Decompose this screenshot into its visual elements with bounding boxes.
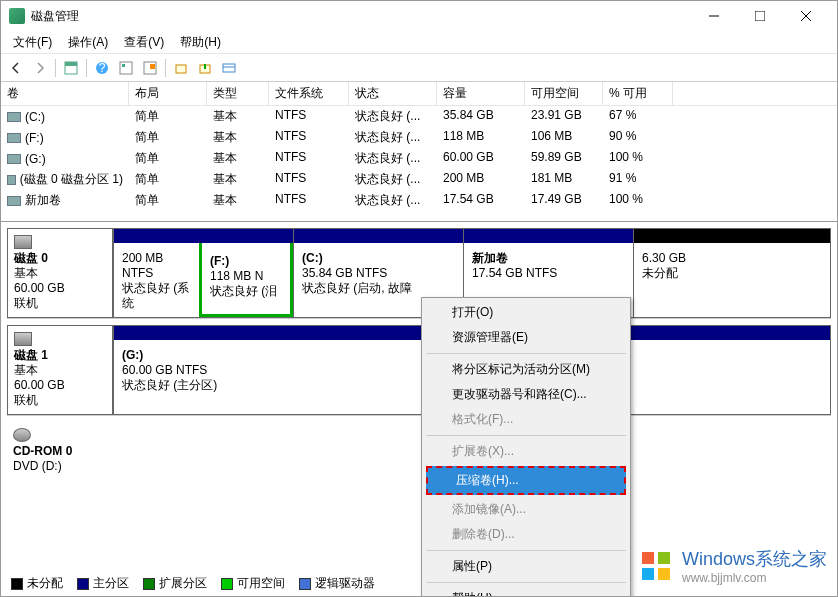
- partition-unallocated[interactable]: 6.30 GB未分配: [633, 229, 830, 317]
- cdrom-info[interactable]: CD-ROM 0 DVD (D:) 无媒体: [7, 422, 113, 481]
- svg-rect-1: [755, 11, 765, 21]
- forward-button[interactable]: [29, 57, 51, 79]
- col-capacity[interactable]: 容量: [437, 82, 525, 105]
- svg-rect-12: [176, 65, 186, 73]
- table-row[interactable]: (C:)简单基本NTFS状态良好 (...35.84 GB23.91 GB67 …: [1, 106, 837, 127]
- svg-rect-5: [65, 62, 77, 66]
- partition[interactable]: 200 MB NTFS状态良好 (系统: [113, 229, 199, 317]
- disk-1-name: 磁盘 1: [14, 348, 48, 362]
- menu-file[interactable]: 文件(F): [5, 32, 60, 53]
- titlebar: 磁盘管理: [1, 1, 837, 31]
- watermark-url: www.bjjmlv.com: [682, 571, 827, 585]
- col-free[interactable]: 可用空间: [525, 82, 603, 105]
- table-row[interactable]: (G:)简单基本NTFS状态良好 (...60.00 GB59.89 GB100…: [1, 148, 837, 169]
- disk-0-row: 磁盘 0 基本 60.00 GB 联机 200 MB NTFS状态良好 (系统 …: [7, 228, 831, 319]
- menu-help-item[interactable]: 帮助(H): [424, 586, 628, 597]
- disk-1-size: 60.00 GB: [14, 378, 106, 393]
- menu-delete: 删除卷(D)...: [424, 522, 628, 547]
- disk-0-info[interactable]: 磁盘 0 基本 60.00 GB 联机: [7, 228, 113, 318]
- window-buttons: [691, 1, 829, 31]
- disk-1-state: 联机: [14, 393, 106, 408]
- table-row[interactable]: (磁盘 0 磁盘分区 1)简单基本NTFS状态良好 (...200 MB181 …: [1, 169, 837, 190]
- svg-rect-14: [223, 64, 235, 72]
- help-icon[interactable]: ?: [91, 57, 113, 79]
- cdrom-name: CD-ROM 0: [13, 444, 72, 458]
- svg-rect-9: [122, 64, 125, 67]
- legend: 未分配 主分区 扩展分区 可用空间 逻辑驱动器: [11, 575, 375, 592]
- disk-1-row: 磁盘 1 基本 60.00 GB 联机 (G:)60.00 GB NTFS状态良…: [7, 325, 831, 416]
- menu-help[interactable]: 帮助(H): [172, 32, 229, 53]
- menu-view[interactable]: 查看(V): [116, 32, 172, 53]
- disk-0-size: 60.00 GB: [14, 281, 106, 296]
- cdrom-icon: [13, 428, 31, 442]
- svg-rect-8: [120, 62, 132, 74]
- action-icon[interactable]: [170, 57, 192, 79]
- view-icon[interactable]: [60, 57, 82, 79]
- watermark-icon: [636, 546, 676, 586]
- svg-text:?: ?: [99, 61, 106, 75]
- menu-open[interactable]: 打开(O): [424, 300, 628, 325]
- back-button[interactable]: [5, 57, 27, 79]
- col-type[interactable]: 类型: [207, 82, 269, 105]
- disk-1-kind: 基本: [14, 363, 106, 378]
- menu-explorer[interactable]: 资源管理器(E): [424, 325, 628, 350]
- volume-icon: [7, 175, 16, 185]
- volume-icon: [7, 133, 21, 143]
- disk-icon: [14, 332, 32, 346]
- cdrom-sub: DVD (D:): [13, 459, 107, 474]
- list-icon[interactable]: [218, 57, 240, 79]
- context-menu: 打开(O) 资源管理器(E) 将分区标记为活动分区(M) 更改驱动器号和路径(C…: [421, 297, 631, 597]
- table-row[interactable]: (F:)简单基本NTFS状态良好 (...118 MB106 MB90 %: [1, 127, 837, 148]
- minimize-button[interactable]: [691, 1, 737, 31]
- disk-icon: [14, 235, 32, 249]
- list-body: (C:)简单基本NTFS状态良好 (...35.84 GB23.91 GB67 …: [1, 106, 837, 211]
- close-button[interactable]: [783, 1, 829, 31]
- settings-icon[interactable]: [139, 57, 161, 79]
- col-volume[interactable]: 卷: [1, 82, 129, 105]
- disk-view: 磁盘 0 基本 60.00 GB 联机 200 MB NTFS状态良好 (系统 …: [1, 221, 837, 481]
- svg-rect-18: [642, 568, 654, 580]
- col-percent[interactable]: % 可用: [603, 82, 673, 105]
- volume-icon: [7, 112, 21, 122]
- disk-1-info[interactable]: 磁盘 1 基本 60.00 GB 联机: [7, 325, 113, 415]
- col-layout[interactable]: 布局: [129, 82, 207, 105]
- volume-icon: [7, 154, 21, 164]
- svg-rect-19: [658, 568, 670, 580]
- arrow-icon[interactable]: [194, 57, 216, 79]
- app-icon: [9, 8, 25, 24]
- menu-shrink[interactable]: 压缩卷(H)...: [426, 466, 626, 495]
- window-title: 磁盘管理: [31, 8, 691, 25]
- list-header: 卷 布局 类型 文件系统 状态 容量 可用空间 % 可用: [1, 82, 837, 106]
- toolbar: ?: [1, 53, 837, 81]
- svg-rect-16: [642, 552, 654, 564]
- menu-mark-active[interactable]: 将分区标记为活动分区(M): [424, 357, 628, 382]
- svg-rect-17: [658, 552, 670, 564]
- watermark: Windows系统之家 www.bjjmlv.com: [636, 546, 827, 586]
- partition-selected[interactable]: (F:)118 MB N状态良好 (泪: [199, 229, 293, 317]
- cdrom-row: CD-ROM 0 DVD (D:) 无媒体: [7, 422, 831, 481]
- menu-format: 格式化(F)...: [424, 407, 628, 432]
- menu-change-drive[interactable]: 更改驱动器号和路径(C)...: [424, 382, 628, 407]
- menu-mirror: 添加镜像(A)...: [424, 497, 628, 522]
- maximize-button[interactable]: [737, 1, 783, 31]
- col-status[interactable]: 状态: [349, 82, 437, 105]
- col-fs[interactable]: 文件系统: [269, 82, 349, 105]
- menu-properties[interactable]: 属性(P): [424, 554, 628, 579]
- refresh-icon[interactable]: [115, 57, 137, 79]
- menu-extend: 扩展卷(X)...: [424, 439, 628, 464]
- volume-icon: [7, 196, 21, 206]
- disk-0-state: 联机: [14, 296, 106, 311]
- table-row[interactable]: 新加卷简单基本NTFS状态良好 (...17.54 GB17.49 GB100 …: [1, 190, 837, 211]
- watermark-title: Windows系统之家: [682, 547, 827, 571]
- volume-list: 卷 布局 类型 文件系统 状态 容量 可用空间 % 可用 (C:)简单基本NTF…: [1, 81, 837, 211]
- menu-action[interactable]: 操作(A): [60, 32, 116, 53]
- disk-0-name: 磁盘 0: [14, 251, 48, 265]
- menubar: 文件(F) 操作(A) 查看(V) 帮助(H): [1, 31, 837, 53]
- svg-rect-11: [150, 64, 155, 69]
- disk-0-kind: 基本: [14, 266, 106, 281]
